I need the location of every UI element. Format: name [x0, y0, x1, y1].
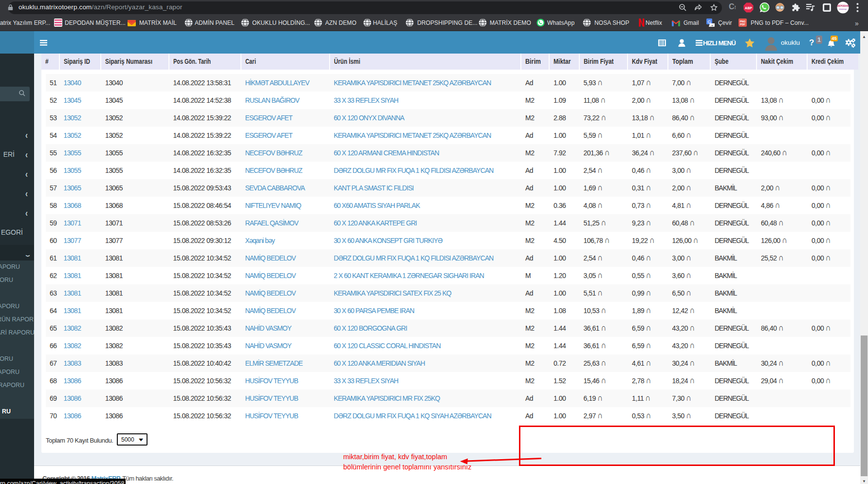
svg-text:ABP: ABP — [745, 6, 752, 10]
svg-text:DEPODAN: DEPODAN — [837, 5, 849, 7]
svg-text:PDF: PDF — [740, 23, 745, 26]
svg-text:PNG: PNG — [740, 20, 746, 23]
svg-text:müşteriye: müşteriye — [839, 8, 847, 10]
